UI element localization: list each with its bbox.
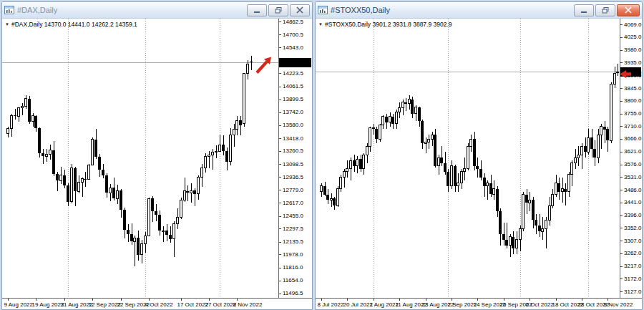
svg-text:4069.0: 4069.0	[624, 21, 642, 28]
svg-text:13580.0: 13580.0	[283, 122, 303, 128]
chevron-down-icon: ▼	[318, 22, 323, 26]
svg-text:12297.5: 12297.5	[283, 226, 303, 232]
svg-text:3172.0: 3172.0	[624, 276, 642, 282]
svg-text:12779.0: 12779.0	[283, 187, 303, 193]
svg-text:14359.1: 14359.1	[283, 60, 303, 67]
titlebar-stoxx50[interactable]: #STOXX50,Daily	[316, 2, 642, 19]
svg-text:3621.0: 3621.0	[624, 148, 642, 155]
restore-icon	[601, 6, 610, 14]
svg-text:3710.0: 3710.0	[624, 123, 642, 130]
svg-text:11654.0: 11654.0	[283, 277, 303, 284]
ohlc-info-line: ▼ #DAX,Daily 14370.0 14441.0 14262.2 143…	[5, 21, 137, 28]
svg-text:4 Oct 2022: 4 Oct 2022	[145, 301, 174, 308]
candlestick-chart-dax[interactable]: 14862.514700.514543.014381.014223.514061…	[2, 19, 312, 309]
chart-window-dax: #DAX,Daily 14862.514700.514543.014381.01…	[1, 1, 313, 310]
svg-text:14543.0: 14543.0	[283, 44, 303, 51]
svg-text:12455.0: 12455.0	[283, 213, 303, 219]
svg-text:11978.0: 11978.0	[283, 251, 303, 258]
svg-text:12135.5: 12135.5	[283, 238, 303, 245]
svg-text:9 Nov 2022: 9 Nov 2022	[604, 301, 633, 308]
svg-text:17 Oct 2022: 17 Oct 2022	[177, 301, 209, 308]
svg-text:4025.0: 4025.0	[624, 34, 642, 40]
close-button[interactable]	[290, 4, 310, 16]
chevron-down-icon: ▼	[5, 22, 9, 26]
svg-text:27 Oct 2022: 27 Oct 2022	[205, 301, 237, 308]
svg-text:19 Aug 2022: 19 Aug 2022	[32, 301, 64, 308]
chart-window-icon	[4, 6, 14, 14]
svg-text:3262.0: 3262.0	[624, 250, 642, 256]
chart-area-dax: 14862.514700.514543.014381.014223.514061…	[2, 19, 312, 309]
svg-text:3307.0: 3307.0	[624, 238, 642, 244]
svg-text:3666.0: 3666.0	[624, 135, 642, 142]
minimize-button[interactable]	[574, 4, 594, 16]
svg-text:13098.5: 13098.5	[283, 161, 303, 168]
svg-text:8 Jul 2022: 8 Jul 2022	[318, 301, 344, 308]
svg-text:14862.5: 14862.5	[283, 19, 303, 25]
svg-text:11496.5: 11496.5	[283, 290, 303, 296]
svg-text:3755.0: 3755.0	[624, 110, 642, 117]
svg-text:11816.0: 11816.0	[283, 264, 303, 271]
svg-text:14700.5: 14700.5	[283, 32, 303, 38]
svg-text:3845.0: 3845.0	[624, 85, 642, 92]
svg-text:12936.5: 12936.5	[283, 174, 303, 180]
svg-text:8 Nov 2022: 8 Nov 2022	[233, 301, 263, 308]
svg-text:3935.0: 3935.0	[624, 59, 642, 66]
left-arrow-icon	[626, 72, 631, 75]
svg-text:13742.0: 13742.0	[283, 109, 303, 115]
window-title: #DAX,Daily	[17, 6, 245, 14]
chart-window-stoxx50: #STOXX50,Daily 4069.04025.03980.03935.03…	[315, 1, 643, 310]
svg-text:3800.0: 3800.0	[624, 97, 642, 104]
svg-text:3441.0: 3441.0	[624, 199, 642, 205]
svg-text:13899.5: 13899.5	[283, 96, 303, 102]
svg-text:3352.0: 3352.0	[624, 225, 642, 231]
svg-text:14223.5: 14223.5	[283, 70, 303, 77]
svg-text:3576.0: 3576.0	[624, 161, 642, 168]
ohlc-info-line: ▼ #STOXX50,Daily 3901.2 3931.8 3887.9 39…	[318, 21, 452, 28]
svg-text:3486.0: 3486.0	[624, 187, 642, 193]
restore-button[interactable]	[595, 4, 615, 16]
chart-window-icon	[318, 6, 328, 14]
restore-button[interactable]	[268, 4, 288, 16]
svg-text:3980.0: 3980.0	[624, 47, 642, 53]
chart-area-stoxx50: 4069.04025.03980.03935.03890.03845.03800…	[316, 19, 642, 309]
minimize-button[interactable]	[247, 4, 267, 16]
restore-icon	[274, 6, 283, 14]
svg-text:3396.0: 3396.0	[624, 212, 642, 218]
svg-text:3217.0: 3217.0	[624, 263, 642, 269]
ohlc-info-text: #STOXX50,Daily 3901.2 3931.8 3887.9 3902…	[325, 21, 452, 28]
svg-text:13418.0: 13418.0	[283, 135, 303, 142]
minimize-icon	[580, 6, 588, 14]
minimize-icon	[253, 6, 261, 14]
ohlc-info-text: #DAX,Daily 14370.0 14441.0 14262.2 14359…	[11, 21, 137, 28]
candlestick-chart-stoxx50[interactable]: 4069.04025.03980.03935.03890.03845.03800…	[316, 19, 642, 309]
svg-text:6 Oct 2022: 6 Oct 2022	[526, 301, 555, 308]
svg-text:12617.0: 12617.0	[283, 200, 303, 206]
close-icon	[296, 6, 304, 14]
close-button[interactable]	[617, 4, 640, 16]
window-title: #STOXX50,Daily	[331, 6, 572, 14]
svg-text:13260.5: 13260.5	[283, 147, 303, 154]
svg-text:14061.5: 14061.5	[283, 83, 303, 89]
svg-text:9 Aug 2022: 9 Aug 2022	[4, 301, 34, 308]
svg-text:1 Aug 2022: 1 Aug 2022	[370, 301, 399, 308]
svg-text:3127.0: 3127.0	[624, 289, 642, 295]
current-price-badge: 14359.1	[279, 58, 311, 67]
close-icon	[624, 6, 633, 14]
svg-text:20 Jul 2022: 20 Jul 2022	[343, 301, 374, 308]
titlebar-dax[interactable]: #DAX,Daily	[2, 2, 312, 19]
svg-text:3531.0: 3531.0	[624, 174, 642, 180]
